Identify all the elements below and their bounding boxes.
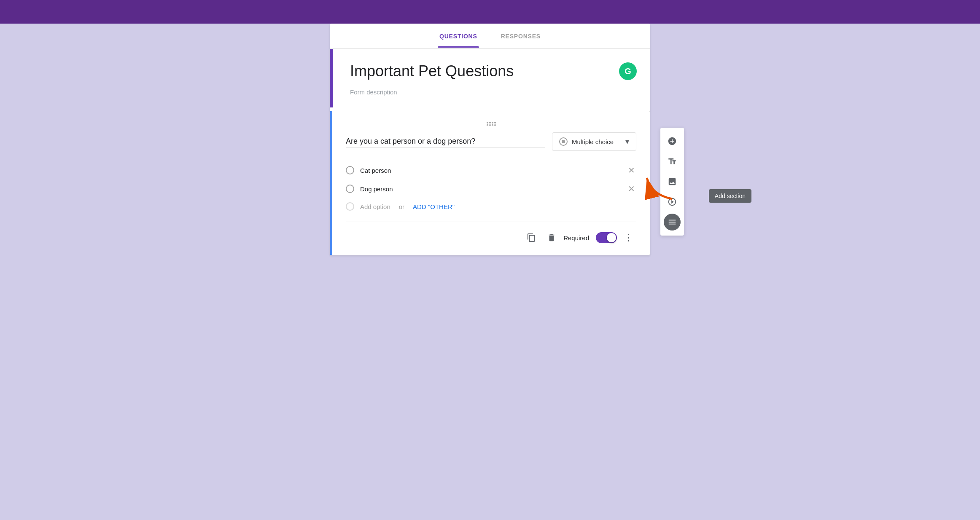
svg-point-2 — [492, 122, 493, 123]
question-card: Multiple choice ▾ Cat person ✕ Dog perso… — [330, 111, 650, 255]
card-toolbar: Required ⋮ — [346, 225, 636, 248]
radio-dog — [346, 185, 354, 193]
toggle-thumb — [607, 233, 616, 242]
add-video-button[interactable] — [664, 193, 681, 210]
question-text-input[interactable] — [346, 135, 545, 148]
form-description[interactable]: Form description — [350, 88, 633, 96]
add-option-row: Add option or ADD "OTHER" — [346, 198, 636, 215]
toggle-track — [596, 232, 617, 243]
drag-handle — [346, 121, 636, 126]
option-dog-label[interactable]: Dog person — [360, 185, 620, 193]
radio-add — [346, 202, 354, 211]
add-image-button[interactable] — [664, 173, 681, 190]
tab-responses[interactable]: RESPONSES — [499, 25, 542, 47]
form-title: Important Pet Questions — [350, 62, 633, 80]
svg-point-7 — [494, 124, 496, 126]
top-bar — [0, 0, 980, 24]
or-text: or — [399, 203, 404, 210]
add-section-tooltip: Add section — [709, 189, 751, 203]
form-title-section: Important Pet Questions Form description… — [330, 49, 650, 107]
add-question-button[interactable] — [664, 133, 681, 150]
add-option-text[interactable]: Add option — [360, 203, 390, 210]
form-body: Multiple choice ▾ Cat person ✕ Dog perso… — [330, 111, 650, 255]
remove-cat-button[interactable]: ✕ — [626, 165, 636, 175]
question-type-label: Multiple choice — [572, 138, 621, 145]
svg-point-5 — [489, 124, 491, 126]
copy-button[interactable] — [523, 229, 540, 246]
add-title-button[interactable] — [664, 153, 681, 170]
remove-dog-button[interactable]: ✕ — [626, 184, 636, 194]
add-section-button[interactable] — [664, 214, 681, 231]
card-divider — [346, 222, 636, 222]
radio-icon — [559, 137, 568, 146]
question-row: Multiple choice ▾ — [346, 132, 636, 151]
required-label: Required — [563, 234, 589, 241]
radio-cat — [346, 166, 354, 174]
tab-questions[interactable]: QUESTIONS — [438, 25, 479, 47]
grammarly-button[interactable]: G — [619, 62, 637, 80]
svg-point-3 — [494, 122, 496, 123]
svg-point-1 — [489, 122, 491, 123]
svg-point-4 — [487, 124, 488, 126]
page-wrapper: QUESTIONS RESPONSES Important Pet Questi… — [0, 24, 980, 272]
form-tabs: QUESTIONS RESPONSES — [330, 24, 650, 49]
sidebar-toolbar — [660, 128, 684, 236]
dropdown-arrow-icon: ▾ — [625, 137, 629, 146]
add-other-link[interactable]: ADD "OTHER" — [413, 203, 455, 210]
delete-button[interactable] — [543, 229, 560, 246]
question-type-select[interactable]: Multiple choice ▾ — [552, 132, 636, 151]
option-cat-label[interactable]: Cat person — [360, 167, 620, 174]
more-options-button[interactable]: ⋮ — [620, 229, 636, 247]
form-container: QUESTIONS RESPONSES Important Pet Questi… — [330, 24, 650, 255]
required-toggle[interactable] — [596, 232, 617, 243]
svg-point-6 — [492, 124, 493, 126]
svg-point-0 — [487, 122, 488, 123]
option-dog: Dog person ✕ — [346, 180, 636, 198]
option-cat: Cat person ✕ — [346, 161, 636, 180]
